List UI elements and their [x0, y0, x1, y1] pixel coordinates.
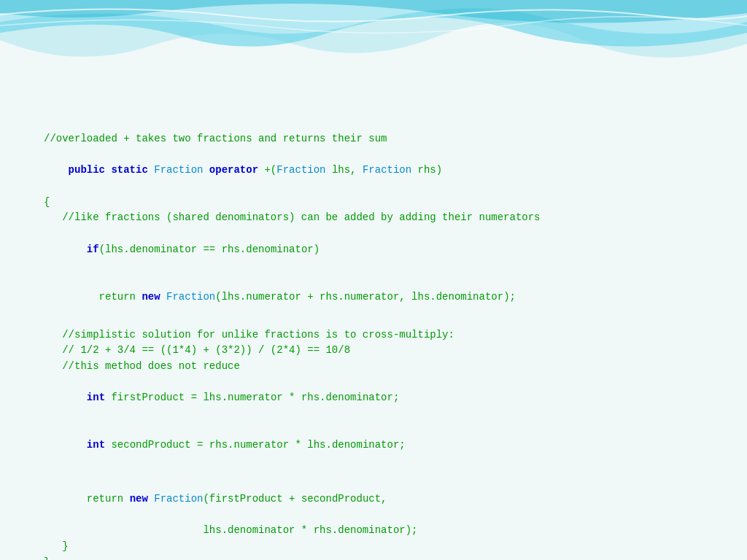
code-line-4: //like fractions (shared denominators) c… — [44, 210, 703, 226]
code-line-8: // 1/2 + 3/4 == ((1*4) + (3*2)) / (2*4) … — [44, 343, 703, 359]
code-line-12: return new Fraction(firstProduct + secon… — [44, 475, 703, 523]
code-line-10: int firstProduct = lhs.numerator * rhs.d… — [44, 375, 703, 422]
code-line-2: public static Fraction operator +(Fracti… — [44, 147, 703, 195]
code-line-7: //simplistic solution for unlike fractio… — [44, 327, 703, 343]
code-line-6: return new Fraction(lhs.numerator + rhs.… — [44, 273, 703, 321]
code-line-5: if(lhs.denominator == rhs.denominator) — [44, 226, 703, 273]
code-line-14: } — [44, 539, 703, 555]
code-line-15: } — [44, 555, 703, 560]
code-line-3: { — [44, 195, 703, 211]
code-line-1: //overloaded + takes two fractions and r… — [44, 131, 703, 147]
code-display: //overloaded + takes two fractions and r… — [44, 131, 703, 560]
code-line-13: lhs.denominator * rhs.denominator); — [44, 523, 703, 539]
code-line-9: //this method does not reduce — [44, 359, 703, 375]
code-line-11: int secondProduct = rhs.numerator * lhs.… — [44, 422, 703, 470]
wave-decoration — [0, 0, 747, 80]
